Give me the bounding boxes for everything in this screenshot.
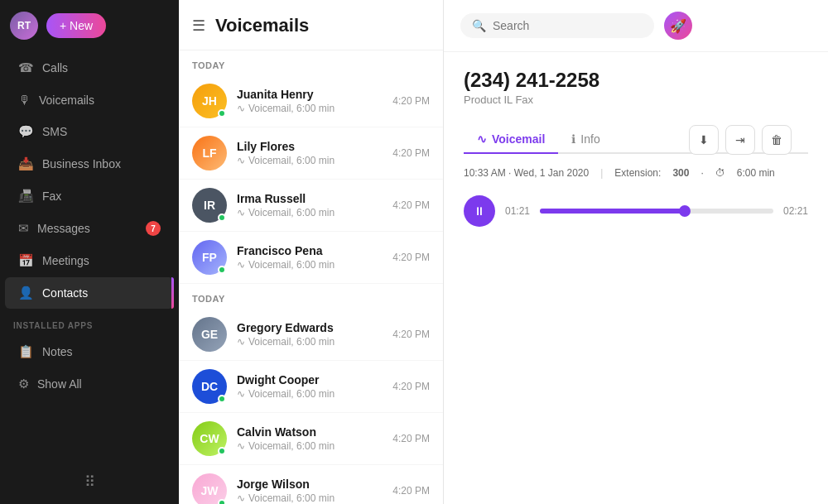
sidebar-item-fax[interactable]: 📠 Fax <box>5 180 174 212</box>
sidebar-item-label: Voicemails <box>39 94 94 107</box>
list-item[interactable]: LF Lily Flores ∿ Voicemail, 6:00 min 4:2… <box>179 127 443 180</box>
contact-name: Juanita Henry <box>237 88 383 101</box>
vm-player: ⏸ 01:21 02:21 <box>464 195 808 227</box>
sidebar-item-label: Show All <box>37 377 82 391</box>
info-tab-icon: ℹ <box>571 132 575 146</box>
voicemail-icon-small: ∿ <box>237 492 245 504</box>
sidebar-item-notes[interactable]: 📋 Notes <box>5 336 174 367</box>
contact-time: 4:20 PM <box>392 485 430 497</box>
avatar-wrapper: FP <box>192 240 227 275</box>
contact-name: Gregory Edwards <box>237 321 383 334</box>
rocket-button[interactable]: 🚀 <box>664 12 692 40</box>
date-group-label: TODAY <box>179 50 443 75</box>
installed-apps-label: INSTALLED APPS <box>0 310 179 335</box>
nav-items: ☎ Calls 🎙 Voicemails 💬 SMS 📥 Business In… <box>0 51 179 310</box>
contact-info: Calvin Watson ∿ Voicemail, 6:00 min <box>237 425 383 452</box>
contact-name: Francisco Pena <box>237 244 383 257</box>
contact-sub: ∿ Voicemail, 6:00 min <box>237 155 383 166</box>
contact-info: Francisco Pena ∿ Voicemail, 6:00 min <box>237 244 383 271</box>
contact-sub: ∿ Voicemail, 6:00 min <box>237 336 383 348</box>
sidebar-item-label: Meetings <box>42 254 89 267</box>
voicemail-detail: (234) 241-2258 Product IL Fax ⬇ ⇥ 🗑 ∿ Vo… <box>444 52 828 504</box>
vm-extension-value: 300 <box>672 167 689 179</box>
sidebar-item-business-inbox[interactable]: 📥 Business Inbox <box>5 148 174 180</box>
contact-name: Irma Russell <box>237 192 383 205</box>
list-item[interactable]: IR Irma Russell ∿ Voicemail, 6:00 min 4:… <box>179 180 443 232</box>
delete-icon: 🗑 <box>771 133 782 146</box>
tab-voicemail[interactable]: ∿ Voicemail <box>464 126 558 154</box>
middle-panel: ☰ Voicemails TODAY JH Juanita Henry ∿ Vo… <box>179 0 444 504</box>
end-time: 02:21 <box>783 205 808 217</box>
contact-time: 4:20 PM <box>392 199 430 211</box>
list-item[interactable]: CW Calvin Watson ∿ Voicemail, 6:00 min 4… <box>179 413 443 465</box>
list-item[interactable]: JW Jorge Wilson ∿ Voicemail, 6:00 min 4:… <box>179 465 443 504</box>
sidebar-bottom: ⠿ <box>0 459 179 504</box>
contact-name: Calvin Watson <box>237 425 383 439</box>
sidebar-item-meetings[interactable]: 📅 Meetings <box>5 245 174 276</box>
sidebar-item-messages[interactable]: ✉ Messages 7 <box>5 213 174 244</box>
contacts-icon: 👤 <box>18 286 34 300</box>
voicemail-icon-small: ∿ <box>237 259 245 271</box>
date-group-label: TODAY <box>179 284 443 309</box>
vm-product-label: Product IL Fax <box>464 94 599 106</box>
vm-extension-label: Extension: <box>614 167 661 179</box>
installed-apps: 📋 Notes ⚙ Show All <box>0 335 179 401</box>
online-indicator <box>218 266 226 274</box>
dots-icon[interactable]: ⠿ <box>84 473 95 491</box>
voicemail-icon-small: ∿ <box>237 336 245 348</box>
search-box: 🔍 <box>460 13 654 38</box>
online-indicator <box>218 395 226 403</box>
voicemail-icon-small: ∿ <box>237 103 245 114</box>
search-input[interactable] <box>493 19 643 32</box>
contact-info: Lily Flores ∿ Voicemail, 6:00 min <box>237 140 383 166</box>
sidebar-item-calls[interactable]: ☎ Calls <box>5 52 174 84</box>
right-panel: 🔍 🚀 (234) 241-2258 Product IL Fax ⬇ ⇥ 🗑 <box>444 0 828 504</box>
sms-icon: 💬 <box>18 124 34 139</box>
download-icon: ⬇ <box>699 133 709 146</box>
contact-sub: ∿ Voicemail, 6:00 min <box>237 103 383 114</box>
sidebar-item-sms[interactable]: 💬 SMS <box>5 116 174 147</box>
voicemail-icon-small: ∿ <box>237 207 245 218</box>
delete-button[interactable]: 🗑 <box>762 125 792 155</box>
list-item[interactable]: JH Juanita Henry ∿ Voicemail, 6:00 min 4… <box>179 75 443 127</box>
avatar: GE <box>192 317 227 352</box>
contact-time: 4:20 PM <box>392 381 430 392</box>
pause-button[interactable]: ⏸ <box>464 195 495 227</box>
voicemail-icon-small: ∿ <box>237 388 245 400</box>
list-item[interactable]: FP Francisco Pena ∿ Voicemail, 6:00 min … <box>179 232 443 284</box>
download-button[interactable]: ⬇ <box>689 125 719 155</box>
contact-sub: ∿ Voicemail, 6:00 min <box>237 440 383 452</box>
forward-icon: ⇥ <box>735 133 745 146</box>
messages-icon: ✉ <box>18 221 29 236</box>
avatar-wrapper: JH <box>192 84 227 118</box>
pause-icon: ⏸ <box>474 204 485 218</box>
contact-time: 4:20 PM <box>392 95 430 107</box>
contact-time: 4:20 PM <box>392 329 430 340</box>
calls-icon: ☎ <box>18 60 34 75</box>
contact-list: TODAY JH Juanita Henry ∿ Voicemail, 6:00… <box>179 50 443 504</box>
sidebar-item-voicemails[interactable]: 🎙 Voicemails <box>5 84 174 115</box>
panel-header: ☰ Voicemails <box>179 0 443 50</box>
notes-icon: 📋 <box>18 344 34 359</box>
contact-name: Jorge Wilson <box>237 478 383 491</box>
list-item[interactable]: DC Dwight Cooper ∿ Voicemail, 6:00 min 4… <box>179 361 443 413</box>
voicemail-icon-small: ∿ <box>237 155 245 166</box>
online-indicator <box>218 214 226 222</box>
new-button[interactable]: + New <box>46 13 106 38</box>
badge-messages: 7 <box>146 221 161 236</box>
voicemails-icon: 🎙 <box>18 93 31 107</box>
progress-bar[interactable] <box>540 209 773 214</box>
vm-meta: 10:33 AM · Wed, 1 Jan 2020 | Extension: … <box>464 167 808 179</box>
contact-info: Dwight Cooper ∿ Voicemail, 6:00 min <box>237 373 383 400</box>
contact-sub: ∿ Voicemail, 6:00 min <box>237 388 383 400</box>
list-item[interactable]: GE Gregory Edwards ∿ Voicemail, 6:00 min… <box>179 309 443 361</box>
contact-name: Dwight Cooper <box>237 373 383 386</box>
sidebar-item-show-all[interactable]: ⚙ Show All <box>5 368 174 400</box>
vm-duration-icon: ⏱ <box>715 167 725 179</box>
forward-button[interactable]: ⇥ <box>725 125 755 155</box>
sidebar-item-label: Fax <box>42 190 61 203</box>
sidebar-item-contacts[interactable]: 👤 Contacts <box>5 277 174 309</box>
hamburger-icon[interactable]: ☰ <box>192 17 205 35</box>
sidebar-item-label: Messages <box>37 222 90 235</box>
tab-info[interactable]: ℹ Info <box>558 126 613 154</box>
